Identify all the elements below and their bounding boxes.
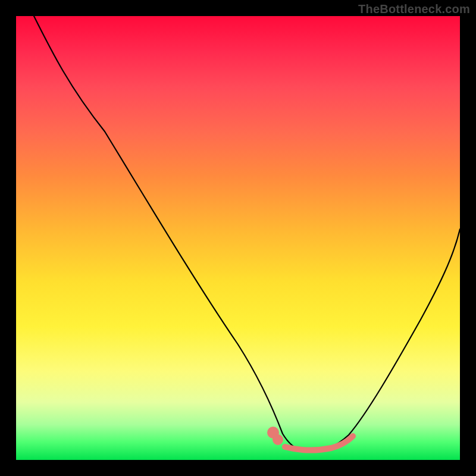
chart-stage: TheBottleneck.com (0, 0, 476, 476)
bottleneck-curve-svg (16, 16, 460, 460)
watermark-text: TheBottleneck.com (358, 2, 470, 16)
plot-area (16, 16, 460, 460)
svg-point-1 (275, 437, 280, 442)
bottleneck-curve-path (34, 16, 460, 452)
svg-point-0 (270, 430, 276, 436)
